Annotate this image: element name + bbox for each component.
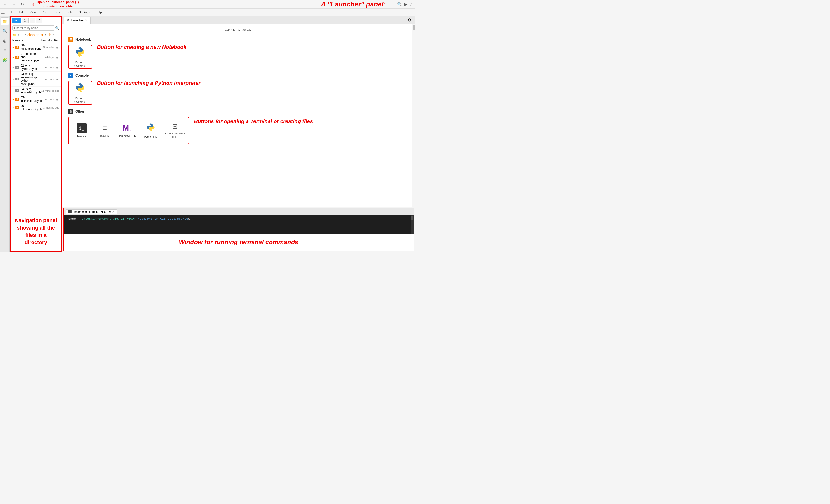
file-type-badge: NB: [15, 77, 20, 81]
launcher-panel: part1/chapter-01/nb ⊞ Notebook: [62, 25, 412, 207]
svg-point-5: [152, 130, 152, 130]
sidebar-toggle[interactable]: ☰: [1, 10, 5, 15]
text-file-icon: ≡: [102, 124, 107, 132]
console-section-header: >_ Console: [68, 73, 92, 78]
file-type-badge: NB: [15, 56, 20, 59]
python3-notebook-card[interactable]: Python 3(ipykernel): [68, 45, 92, 69]
menu-settings[interactable]: Settings: [76, 10, 92, 14]
file-dot: ●: [12, 66, 14, 69]
column-name[interactable]: Name ▲: [12, 39, 38, 42]
notebook-section: ⊞ Notebook: [68, 37, 406, 69]
star-icon-top[interactable]: ☆: [410, 2, 413, 6]
tab-icon: ⧉: [67, 18, 69, 22]
run-icon-top[interactable]: ▶: [405, 2, 407, 6]
icon-sidebar: 📁 🔍 ◎ ≡ 🧩: [0, 16, 10, 252]
tab-close-button[interactable]: ✕: [85, 19, 88, 22]
search-icon-top[interactable]: 🔍: [397, 2, 402, 6]
sidebar-search-btn[interactable]: 🔍: [1, 27, 9, 35]
file-item[interactable]: ● NB 05-installation.ipynb an hour ago: [10, 95, 61, 103]
file-table-header: Name ▲ Last Modified: [10, 38, 61, 43]
contextual-help-label: Show Contextual Help: [165, 132, 185, 139]
file-modified: an hour ago: [38, 77, 59, 81]
menu-view[interactable]: View: [27, 10, 39, 14]
file-item[interactable]: ● NB 02-why-python.ipynb an hour ago: [10, 63, 61, 71]
sidebar-toc-btn[interactable]: ≡: [1, 46, 9, 54]
file-dot: ●: [12, 78, 14, 81]
search-input[interactable]: [12, 26, 54, 31]
file-item[interactable]: ● NB 00-motivation.ipynb 3 months ago: [10, 43, 61, 52]
notebook-cards: Python 3(ipykernel): [68, 45, 92, 69]
file-modified: 24 days ago: [40, 56, 59, 59]
python3-console-card[interactable]: Python 3(ipykernel): [68, 81, 92, 105]
file-name: 01-computers-and-programs.ipynb: [21, 52, 40, 62]
new-launcher-button[interactable]: +: [12, 18, 21, 23]
python3-console-logo: [75, 82, 86, 95]
file-panel-toolbar: + 🗂 ↑ ↺: [10, 17, 61, 25]
terminal-panel: ⬛ hentenka@hentenka-XPS-15! ✕: [63, 208, 414, 251]
console-cards: Python 3(ipykernel): [68, 81, 92, 105]
menu-help[interactable]: Help: [93, 10, 104, 14]
refresh-button[interactable]: ↺: [36, 18, 42, 23]
file-panel: + 🗂 ↑ ↺ 🔍 📁 / ... / chapter-01 / nb /: [10, 16, 62, 252]
other-section: $ Other $_: [68, 109, 189, 144]
terminal-card[interactable]: $_ Terminal: [71, 120, 92, 141]
menu-file[interactable]: File: [6, 10, 16, 14]
file-name: 00-motivation.ipynb: [21, 44, 41, 51]
menu-kernel[interactable]: Kernel: [50, 10, 64, 14]
svg-point-1: [81, 54, 82, 55]
file-modified: 3 months ago: [41, 45, 59, 49]
breadcrumb-nb[interactable]: nb: [47, 33, 51, 37]
menu-edit[interactable]: Edit: [17, 10, 27, 14]
file-item[interactable]: ● NB 06-references.ipynb 3 months ago: [10, 103, 61, 112]
contextual-help-card[interactable]: ⊟ Show Contextual Help: [163, 120, 186, 141]
search-bar: 🔍: [10, 25, 61, 32]
notebook-section-label: Notebook: [75, 37, 91, 41]
terminal-dollar: $: [188, 217, 190, 221]
file-item[interactable]: ● NB 03-writing-and-running-python-code.…: [10, 71, 61, 87]
forward-button[interactable]: →: [10, 2, 17, 7]
file-item[interactable]: ● NB 04-using-jupyterlab.ipynb 11 minute…: [10, 87, 61, 95]
terminal-tab-close[interactable]: ✕: [112, 210, 115, 214]
sidebar-extensions-btn[interactable]: 🧩: [1, 56, 9, 64]
text-file-card-label: Text File: [100, 134, 110, 137]
other-section-icon: $: [68, 109, 73, 114]
python-interpreter-annotation: Button for launching a Python interprete…: [97, 73, 200, 86]
markdown-file-card[interactable]: M↓ Markdown File: [117, 120, 138, 141]
back-button[interactable]: ←: [2, 2, 9, 7]
file-item[interactable]: ● NB 01-computers-and-programs.ipynb 24 …: [10, 52, 61, 63]
content-area: ⧉ Launcher ✕ ⚙: [62, 16, 415, 252]
file-type-badge: NB: [15, 66, 20, 69]
column-modified[interactable]: Last Modified: [38, 39, 59, 42]
terminal-tab[interactable]: ⬛ hentenka@hentenka-XPS-15! ✕: [66, 209, 117, 214]
menu-tabs[interactable]: Tabs: [65, 10, 76, 14]
sidebar-git-btn[interactable]: ◎: [1, 36, 9, 45]
upload-button[interactable]: ↑: [30, 18, 35, 23]
launcher-panel-annotation: A "Launcher" panel:: [321, 0, 386, 8]
toolbar-annotation-text: Open a "Launcher" panel (+) or create a …: [37, 0, 79, 8]
file-list: ● NB 00-motivation.ipynb 3 months ago ● …: [10, 43, 61, 207]
python3-logo: [75, 46, 86, 59]
terminal-base-prompt: (base): [66, 217, 80, 221]
file-name: 05-installation.ipynb: [21, 96, 42, 102]
breadcrumb-chapter[interactable]: chapter-01: [27, 33, 43, 37]
launcher-scrollbar[interactable]: [412, 25, 415, 207]
breadcrumb-ellipsis[interactable]: ...: [21, 33, 24, 37]
folder-icon: 📁: [12, 33, 17, 37]
menu-run[interactable]: Run: [39, 10, 50, 14]
settings-gear-icon[interactable]: ⚙: [406, 18, 413, 22]
launcher-tab[interactable]: ⧉ Launcher ✕: [64, 17, 91, 24]
sidebar-files-btn[interactable]: 📁: [1, 17, 9, 26]
terminal-scrollbar[interactable]: [411, 215, 414, 233]
launcher-path: part1/chapter-01/nb: [68, 28, 406, 32]
terminal-buttons-annotation: Buttons for opening a Terminal or creati…: [194, 109, 313, 125]
new-folder-button[interactable]: 🗂: [22, 18, 29, 23]
terminal-card-label: Terminal: [76, 135, 87, 138]
text-file-card[interactable]: ≡ Text File: [94, 120, 115, 141]
reload-button[interactable]: ↻: [19, 1, 25, 7]
new-notebook-annotation: Button for creating a new Notebook: [97, 37, 187, 50]
file-dot: ●: [12, 90, 14, 92]
file-dot: ●: [12, 106, 14, 109]
notebook-section-header: ⊞ Notebook: [68, 37, 92, 42]
python-file-card[interactable]: Python File: [140, 120, 161, 141]
file-type-badge: NB: [15, 106, 20, 109]
